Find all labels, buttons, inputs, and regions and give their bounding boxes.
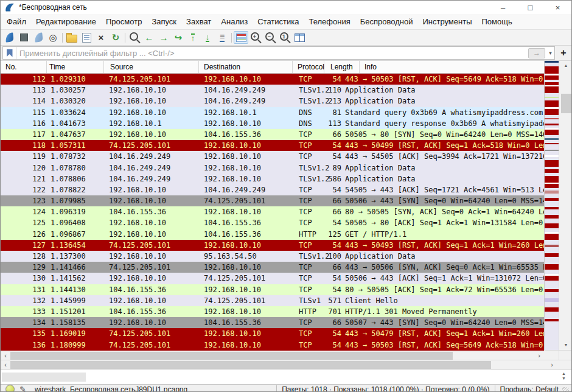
packet-row-115[interactable]: 1151.033624192.168.10.10192.168.10.1DNS8… (1, 107, 544, 118)
scroll-up-icon[interactable]: ▲ (559, 61, 571, 71)
filter-input[interactable] (16, 49, 528, 58)
menu-item-Помощь[interactable]: Помощь (477, 15, 517, 28)
menu-item-Запуск[interactable]: Запуск (147, 15, 181, 28)
save-file-icon[interactable] (79, 31, 94, 44)
packet-row-112[interactable]: 1121.02931074.125.205.101192.168.10.10TC… (1, 74, 544, 85)
menu-item-Статистика[interactable]: Статистика (253, 15, 304, 28)
column-header-Protocol[interactable]: Protocol (293, 61, 324, 73)
column-header-Length[interactable]: Length (324, 61, 360, 73)
packet-row-128[interactable]: 1281.137300192.168.10.1095.163.54.50TLSv… (1, 251, 544, 262)
packet-row-134[interactable]: 1341.158135192.168.10.10104.16.155.36TCP… (1, 317, 544, 328)
spinner-up-icon[interactable]: ▲ (562, 371, 566, 376)
filter-dropdown-icon[interactable]: ▾ (546, 50, 554, 56)
menu-item-Анализ[interactable]: Анализ (216, 15, 253, 28)
menu-item-Инструменты[interactable]: Инструменты (417, 15, 476, 28)
restart-capture-icon[interactable] (31, 31, 46, 44)
zoom-in-icon[interactable] (248, 31, 263, 44)
minimize-button[interactable]: – (489, 1, 517, 14)
go-to-packet-icon[interactable]: ↪ (171, 31, 186, 44)
menu-item-Беспроводной[interactable]: Беспроводной (355, 15, 418, 28)
zoom-normal-icon[interactable] (277, 31, 292, 44)
reload-file-icon[interactable]: ↻ (108, 31, 123, 44)
packet-cell: 131 (1, 284, 47, 295)
column-header-Source[interactable]: Source (104, 61, 199, 73)
filter-field[interactable]: → ▾ (2, 46, 555, 60)
resize-columns-icon[interactable] (292, 31, 307, 44)
packet-row-129[interactable]: 1291.14146674.125.205.101192.168.10.10TC… (1, 262, 544, 273)
packet-cell: 443 → 50493 [RST, ACK] Seq=1 Ack=1 Win=2… (341, 240, 544, 251)
packet-row-133[interactable]: 1331.151201104.16.155.36192.168.10.10HTT… (1, 306, 544, 317)
packet-minimap[interactable] (544, 61, 559, 350)
capture-comment-icon[interactable]: ✎ (19, 385, 26, 392)
packet-row-114[interactable]: 1141.030320192.168.10.10104.16.249.249TL… (1, 96, 544, 107)
packet-row-126[interactable]: 1261.096867192.168.10.10104.16.155.36HTT… (1, 229, 544, 240)
column-header-Time[interactable]: Time (47, 61, 104, 73)
packet-row-118[interactable]: 1181.05731174.125.205.101192.168.10.10TC… (1, 140, 544, 151)
pane-spinner[interactable]: ▲ ▼ (562, 371, 566, 381)
packet-row-135[interactable]: 1351.16901974.125.205.101192.168.10.10TC… (1, 328, 544, 339)
go-top-icon[interactable]: ↑ (186, 31, 200, 44)
colorize-icon[interactable] (234, 31, 248, 44)
packet-row-131[interactable]: 1311.144130104.16.155.36192.168.10.10TCP… (1, 284, 544, 295)
packet-cell: 104.16.249.249 (104, 173, 199, 184)
profile-label[interactable]: Профиль: Default (500, 385, 559, 392)
open-file-icon[interactable] (65, 31, 79, 44)
column-header-No[interactable]: No. (1, 61, 47, 73)
go-bottom-icon[interactable]: ↓ (200, 31, 215, 44)
packet-cell: TLSv1.2 (293, 251, 327, 262)
scroll-right-icon[interactable]: › (534, 351, 544, 360)
menu-item-Редактирование[interactable]: Редактирование (31, 15, 101, 28)
capture-options-icon[interactable]: ◎ (46, 31, 60, 44)
packet-row-130[interactable]: 1301.141562192.168.10.1074.125.205.101TC… (1, 273, 544, 284)
packet-row-127[interactable]: 1271.13645474.125.205.101192.168.10.10TC… (1, 240, 544, 251)
find-packet-icon[interactable] (127, 31, 142, 44)
packet-row-113[interactable]: 1131.030257192.168.10.10104.16.249.249TL… (1, 85, 544, 96)
column-header-Info[interactable]: Info (360, 61, 544, 73)
column-header-Destination[interactable]: Destination (199, 61, 293, 73)
zoom-out-icon[interactable] (263, 31, 277, 44)
resize-grip[interactable] (562, 387, 569, 392)
vscroll-thumb[interactable] (561, 94, 571, 113)
expert-info-icon[interactable] (5, 385, 15, 392)
secondary-hscrollbar[interactable]: ‹ › (1, 360, 571, 369)
stop-capture-icon[interactable] (16, 31, 31, 44)
packet-row-124[interactable]: 1241.096319104.16.155.36192.168.10.10TCP… (1, 206, 544, 217)
scroll-right-icon[interactable]: › (547, 360, 557, 369)
packet-row-116[interactable]: 1161.041673192.168.10.1192.168.10.10DNS1… (1, 118, 544, 129)
hscroll-thumb[interactable] (10, 352, 453, 360)
packet-cell: 134 (1, 317, 47, 328)
start-capture-icon[interactable] (2, 31, 16, 44)
go-forward-icon[interactable]: → (156, 31, 171, 44)
auto-scroll-icon[interactable]: ≡ (215, 31, 229, 44)
packet-cell: 192.168.10.10 (199, 284, 293, 295)
packet-list-vscrollbar[interactable]: ▲ ▼ (559, 61, 571, 350)
maximize-button[interactable]: □ (517, 1, 544, 14)
packet-row-117[interactable]: 1171.047637192.168.10.10104.16.155.36TCP… (1, 129, 544, 140)
packet-list-hscrollbar[interactable]: ‹ › (1, 351, 544, 360)
filter-apply-button[interactable]: → (528, 48, 545, 58)
menu-item-Просмотр[interactable]: Просмотр (101, 15, 147, 28)
packet-row-120[interactable]: 1201.078780104.16.249.249192.168.10.10TL… (1, 163, 544, 173)
close-button[interactable]: × (544, 1, 571, 14)
scroll-down-icon[interactable]: ▼ (559, 340, 571, 350)
filter-add-button[interactable]: + (557, 47, 570, 59)
scroll-left-icon[interactable]: ‹ (1, 351, 10, 360)
go-back-icon[interactable]: ← (142, 31, 156, 44)
scroll-left-icon[interactable]: ‹ (1, 360, 10, 369)
packet-row-122[interactable]: 1221.078822192.168.10.10104.16.249.249TC… (1, 184, 544, 195)
packet-row-125[interactable]: 1251.096408192.168.10.10104.16.155.36TCP… (1, 217, 544, 228)
packet-row-121[interactable]: 1211.078806104.16.249.249192.168.10.10TL… (1, 173, 544, 184)
packet-row-132[interactable]: 1321.145999192.168.10.1074.125.205.101TL… (1, 295, 544, 306)
packet-row-136[interactable]: 1361.18099974.125.205.101192.168.10.10TC… (1, 340, 544, 351)
packet-cell: HTTP (293, 306, 327, 317)
menu-item-Файл[interactable]: Файл (2, 15, 31, 28)
packet-row-123[interactable]: 1231.079985192.168.10.1074.125.205.101TC… (1, 195, 544, 206)
packet-row-119[interactable]: 1191.078732104.16.249.249192.168.10.10TC… (1, 151, 544, 162)
close-file-icon[interactable]: × (94, 31, 108, 44)
filter-bookmark-icon[interactable] (3, 47, 16, 59)
menu-item-Телефония[interactable]: Телефония (304, 15, 355, 28)
hscroll2-thumb[interactable] (10, 361, 491, 369)
menu-item-Захват[interactable]: Захват (181, 15, 216, 28)
spinner-down-icon[interactable]: ▼ (562, 376, 566, 381)
wireshark-window: *Беспроводная сеть – □ × ФайлРедактирова… (0, 0, 572, 392)
